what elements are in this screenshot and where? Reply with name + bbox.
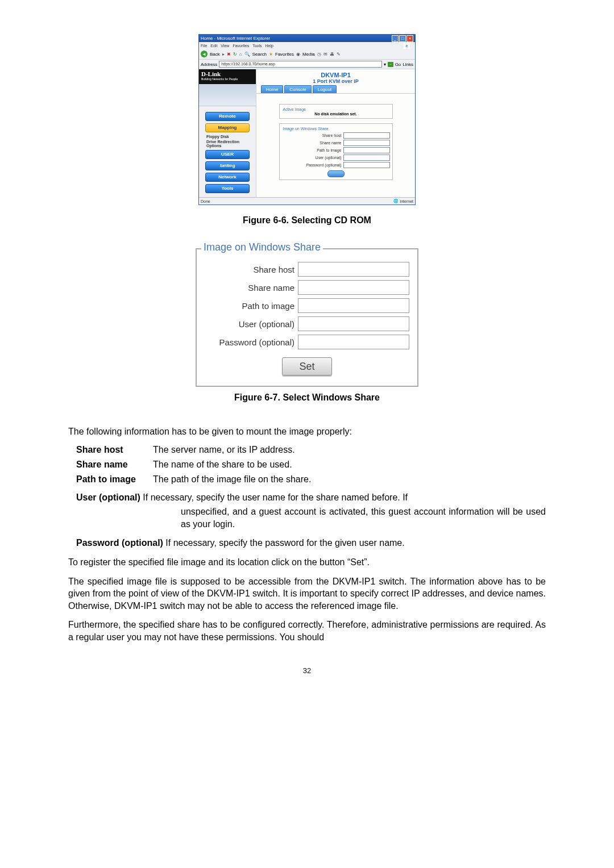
- back-label: Back: [210, 52, 220, 57]
- address-dropdown-icon[interactable]: ▾: [384, 62, 386, 67]
- page-header: DKVM-IP1 1 Port KVM over IP: [256, 69, 415, 85]
- lbl-share-name: Share name: [320, 141, 341, 145]
- lbl-password: Password (optional): [306, 163, 342, 167]
- def-share-name-term: Share name: [76, 460, 153, 470]
- windows-share-fieldset: Image on Windows Share Share host Share …: [279, 123, 393, 180]
- search-icon[interactable]: 🔍: [244, 52, 250, 57]
- nav-tools[interactable]: Tools: [205, 184, 250, 193]
- minimize-icon[interactable]: _: [392, 35, 399, 42]
- set-button-large[interactable]: Set: [282, 357, 332, 375]
- lbl-user: User (optional): [316, 156, 342, 160]
- input2-share-host[interactable]: [298, 262, 409, 277]
- tab-console[interactable]: Console: [284, 85, 311, 93]
- ie-menubar: File Edit View Favorites Tools Help e: [199, 42, 415, 49]
- globe-icon: 🌐: [393, 199, 399, 203]
- nav-setting[interactable]: Setting: [205, 161, 250, 170]
- ie-addressbar: Address https://192.168.0.70/home.asp ▾ …: [199, 59, 415, 69]
- ie-window: Home - Microsoft Internet Explorer _ □ ×…: [198, 34, 416, 205]
- def-path-desc: The path of the image file on the share.: [153, 474, 546, 485]
- lbl2-path: Path to image: [205, 301, 298, 311]
- input2-path[interactable]: [298, 298, 409, 313]
- set-button-small[interactable]: [327, 170, 345, 177]
- no-emulation-text: No disk emulation set.: [282, 112, 390, 116]
- search-label: Search: [252, 52, 267, 57]
- nav-network[interactable]: Network: [205, 173, 250, 182]
- model-desc: 1 Port KVM over IP: [256, 78, 415, 84]
- refresh-icon[interactable]: ↻: [233, 52, 237, 57]
- dlink-logo: D-Link Building Networks for People: [199, 69, 256, 84]
- go-label: Go: [395, 62, 401, 67]
- sidebar-nav: Remote Mapping Floppy Disk Drive Redirec…: [199, 106, 256, 199]
- brand-subtitle: Building Networks for People: [201, 77, 254, 81]
- active-image-fieldset: Active Image No disk emulation set.: [279, 104, 393, 119]
- go-button[interactable]: →: [388, 62, 393, 67]
- status-done: Done: [201, 199, 210, 203]
- nav-floppy[interactable]: Floppy Disk: [206, 135, 253, 139]
- lbl2-user: User (optional): [205, 319, 298, 329]
- menu-view[interactable]: View: [221, 44, 229, 48]
- favorites-label: Favorites: [275, 52, 294, 57]
- tabs: Home Console Logout: [256, 85, 415, 94]
- tab-home[interactable]: Home: [261, 85, 283, 93]
- menu-edit[interactable]: Edit: [210, 44, 217, 48]
- furthermore-text: Furthermore, the specified share has to …: [68, 619, 546, 643]
- nav-drive-options[interactable]: Drive Redirection Options: [206, 140, 253, 148]
- windows-share-legend: Image on Windows Share: [282, 127, 330, 131]
- input-share-name[interactable]: [343, 140, 390, 146]
- menu-file[interactable]: File: [201, 44, 207, 48]
- forward-icon[interactable]: ▸: [222, 52, 225, 57]
- edit-icon[interactable]: ✎: [337, 52, 341, 57]
- def-share-name-desc: The name of the share to be used.: [153, 460, 546, 470]
- input2-password[interactable]: [298, 335, 409, 349]
- media-icon[interactable]: ◉: [296, 52, 300, 57]
- stop-icon[interactable]: ✖: [227, 52, 231, 57]
- active-image-legend: Active Image: [282, 107, 307, 111]
- page-number: 32: [68, 666, 546, 675]
- figure-6-7: Image on Windows Share Share host Share …: [68, 248, 546, 387]
- lbl2-share-name: Share name: [205, 283, 298, 293]
- figure-6-6: Home - Microsoft Internet Explorer _ □ ×…: [68, 34, 546, 205]
- input-user[interactable]: [343, 155, 390, 161]
- history-icon[interactable]: ◷: [317, 52, 321, 57]
- def-share-host-term: Share host: [76, 445, 153, 455]
- page-content: D-Link Building Networks for People Remo…: [199, 69, 415, 197]
- ie-toolbar: ◄ Back ▸ ✖ ↻ ⌂ 🔍 Search ★ Favorites ◉ Me…: [199, 49, 415, 59]
- favorites-icon[interactable]: ★: [269, 52, 273, 57]
- menu-favorites[interactable]: Favorites: [233, 44, 249, 48]
- def-share-host-desc: The server name, or its IP address.: [153, 445, 546, 455]
- model-name: DKVM-IP1: [256, 72, 415, 78]
- lbl2-password: Password (optional): [205, 337, 298, 347]
- address-label: Address: [201, 62, 217, 67]
- links-label[interactable]: Links: [403, 62, 413, 67]
- maximize-icon[interactable]: □: [399, 35, 406, 42]
- back-button[interactable]: ◄: [201, 51, 208, 57]
- main-panel: DKVM-IP1 1 Port KVM over IP Home Console…: [256, 69, 415, 197]
- media-label: Media: [302, 52, 315, 57]
- def-user-desc-cont: unspecified, and a guest account is acti…: [181, 506, 546, 530]
- print-icon[interactable]: 🖶: [330, 52, 334, 57]
- definition-list: Share host The server name, or its IP ad…: [76, 445, 546, 485]
- input2-user[interactable]: [298, 316, 409, 331]
- nav-mapping[interactable]: Mapping: [205, 123, 250, 132]
- def-path-term: Path to image: [76, 474, 153, 485]
- close-icon[interactable]: ×: [406, 35, 413, 42]
- menu-tools[interactable]: Tools: [252, 44, 262, 48]
- nav-user[interactable]: USER: [205, 150, 250, 159]
- tab-logout[interactable]: Logout: [313, 85, 337, 93]
- nav-remote[interactable]: Remote: [205, 112, 250, 121]
- sidebar: D-Link Building Networks for People Remo…: [199, 69, 256, 197]
- def-user-row: User (optional) If necessary, specify th…: [76, 491, 546, 504]
- lbl-path: Path to image: [317, 148, 341, 152]
- menu-help[interactable]: Help: [265, 44, 273, 48]
- lbl2-share-host: Share host: [205, 265, 298, 274]
- input-path[interactable]: [343, 147, 390, 153]
- lbl-share-host: Share host: [322, 133, 342, 137]
- input-password[interactable]: [343, 162, 390, 168]
- address-input[interactable]: https://192.168.0.70/home.asp: [219, 61, 381, 68]
- def-user-term: User (optional): [76, 493, 140, 502]
- input-share-host[interactable]: [343, 132, 390, 139]
- input2-share-name[interactable]: [298, 280, 409, 295]
- figure-6-7-caption: Figure 6-7. Select Windows Share: [68, 393, 546, 403]
- home-icon[interactable]: ⌂: [239, 52, 242, 57]
- mail-icon[interactable]: ✉: [323, 52, 327, 57]
